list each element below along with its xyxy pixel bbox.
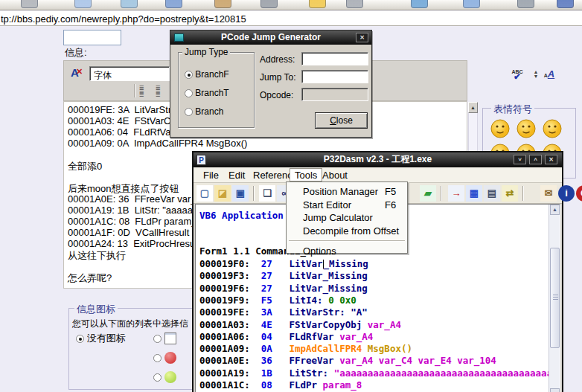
menu-item-start-editor[interactable]: Start EditorF6	[287, 199, 406, 211]
reply-title-input[interactable]	[63, 30, 121, 45]
listing-address: 000019F9:	[199, 295, 261, 306]
close-button[interactable]: Close	[315, 112, 368, 129]
jumpto-label: Jump To:	[260, 72, 304, 83]
icon-option[interactable]	[153, 370, 176, 383]
browser-toolbar-icon[interactable]	[21, 0, 38, 8]
toolbar-separator	[441, 186, 442, 201]
listing-row: 00001A09: 0A ImpAdCallFPR4 MsgBox()	[199, 343, 412, 354]
listing-text: FLdRfVar	[289, 331, 339, 342]
scrollbar-thumb[interactable]	[550, 248, 560, 348]
close-icon[interactable]: ✕	[356, 33, 368, 42]
exit-icon[interactable]: O	[576, 185, 582, 202]
listing-text: param_8	[323, 379, 362, 391]
underline-button[interactable]	[115, 84, 130, 98]
remove-format-icon[interactable]: A✕	[71, 66, 86, 80]
icon-option[interactable]	[153, 331, 176, 344]
radio-dot[interactable]	[153, 373, 162, 382]
new-file-icon[interactable]: ▢	[196, 185, 213, 202]
info-icon[interactable]: i	[558, 185, 575, 202]
address-label: Address:	[260, 54, 304, 65]
frown-smiley-icon[interactable]	[543, 119, 562, 138]
blush-smiley-icon[interactable]	[490, 119, 510, 138]
browser-toolbar-icon[interactable]	[463, 0, 480, 8]
jump-type-radio-branchf[interactable]: BranchF	[185, 69, 229, 80]
icon-option[interactable]	[153, 350, 176, 364]
scroll-up-arrow-icon[interactable]: ▲	[550, 205, 560, 215]
jumpto-field[interactable]	[301, 70, 368, 83]
listing-row: 00001A19: 1B LitStr: "aaaaaaaaaaaaaaaaaa…	[199, 367, 558, 379]
browser-toolbar-icon[interactable]	[214, 0, 231, 8]
listing-opcode: 4E	[261, 319, 290, 330]
scroll-up-arrow-icon[interactable]: ▲	[468, 102, 478, 113]
menu-item-jump-calculator[interactable]: Jump Calculator	[287, 211, 406, 224]
radio-dot[interactable]	[153, 354, 162, 362]
radio-label: BranchF	[195, 69, 228, 80]
email-icon[interactable]: ✉	[540, 185, 557, 202]
listing-row: 00001A03: 4E FStVarCopyObj var_A4	[199, 319, 401, 330]
erase-icon[interactable]: ▰	[420, 185, 436, 202]
menu-item-decompile-from-offset[interactable]: Decompile from Offset	[287, 225, 406, 237]
font-family-select[interactable]: 字体	[89, 66, 170, 81]
listing-address: 00001A1C:	[199, 379, 261, 391]
browser-toolbar-icon[interactable]	[121, 0, 138, 8]
menu-item-options[interactable]: Options	[287, 245, 406, 257]
browser-toolbar-icon[interactable]	[165, 0, 182, 8]
listing-opcode: 27	[261, 283, 290, 294]
p32dasm-titlebar[interactable]: P P32Dasm v2.3 - 工程1.exe ˅ ˄ ✕	[194, 152, 562, 167]
close-icon[interactable]: ✕	[545, 155, 557, 164]
menu-shortcut: F6	[385, 199, 396, 211]
spellcheck-icon[interactable]: ABC ✔	[509, 69, 525, 80]
browser-toolbar-icon[interactable]	[517, 0, 534, 8]
listing-opcode: 1B	[261, 367, 290, 379]
listing-text: FFreeVar	[289, 355, 339, 366]
align-left-icon[interactable]: ≡≡≡	[139, 86, 153, 97]
open-file-icon[interactable]: ◪	[214, 185, 231, 202]
radio-dot[interactable]	[185, 71, 193, 79]
browser-toolbar-icon[interactable]	[411, 0, 428, 8]
maximize-icon[interactable]: ˄	[529, 155, 542, 164]
listing-scrollbar[interactable]: ▲ ▼	[549, 205, 560, 392]
browser-toolbar-icon[interactable]	[260, 0, 278, 8]
menu-item-position-manager[interactable]: Position ManagerF5	[287, 185, 406, 198]
menu-edit[interactable]: Edit	[223, 168, 250, 181]
goto-offset-icon[interactable]: →	[448, 185, 464, 202]
radio-dot[interactable]	[76, 335, 84, 343]
hex-view-icon[interactable]: ▦	[466, 185, 482, 202]
address-field[interactable]	[301, 52, 368, 65]
save-icon[interactable]: ▣	[232, 185, 249, 202]
jump-type-radio-branch[interactable]: Branch	[185, 106, 223, 117]
browser-toolbar-icon[interactable]	[309, 0, 326, 8]
url-input[interactable]	[1, 13, 581, 25]
listing-address: 00001A0E:	[199, 355, 261, 366]
copy-icon[interactable]: ❏	[259, 185, 275, 202]
smiley-panel-title: 表情符号	[491, 103, 534, 116]
jump-type-radio-brancht[interactable]: BranchT	[185, 88, 229, 98]
scroll-down-arrow-icon[interactable]: ▼	[550, 388, 560, 392]
dialog-titlebar[interactable]: PCode Jump Generator ✕	[170, 30, 371, 45]
sweat-smiley-icon[interactable]	[517, 119, 536, 138]
browser-toolbar-icon[interactable]	[346, 0, 363, 8]
menu-about[interactable]: About	[317, 168, 353, 181]
bold-button[interactable]	[79, 84, 95, 98]
align-center-icon[interactable]: ≡≡≡	[156, 86, 169, 97]
message-icon-desc: 您可以从下面的列表中选择信	[72, 318, 188, 330]
listing-address: 000019F6:	[199, 283, 261, 294]
patch-icon[interactable]: ⇄	[502, 185, 518, 202]
browser-toolbar-icon[interactable]	[557, 0, 574, 8]
radio-dot[interactable]	[153, 335, 162, 343]
font-size-icon[interactable]: AA	[541, 68, 557, 80]
font-size-big-a: A	[548, 68, 554, 80]
no-icon-radio[interactable]: 没有图标	[76, 332, 126, 345]
radio-dot[interactable]	[185, 89, 193, 97]
italic-button[interactable]	[97, 84, 112, 98]
calculator-icon[interactable]: ▤	[484, 185, 500, 202]
minimize-icon[interactable]: ˅	[514, 155, 526, 164]
listing-text: _Missing	[324, 258, 368, 269]
browser-address-bar[interactable]	[0, 11, 582, 26]
radio-dot[interactable]	[185, 108, 193, 116]
browser-toolbar	[0, 0, 582, 10]
p32dasm-menubar: FileEditReferencesToolsAbout	[194, 167, 562, 183]
menu-file[interactable]: File	[198, 168, 224, 181]
textarea-line: 00001A24: 13 ExitProcHresult	[68, 238, 200, 249]
browser-toolbar-icon[interactable]	[74, 0, 92, 8]
